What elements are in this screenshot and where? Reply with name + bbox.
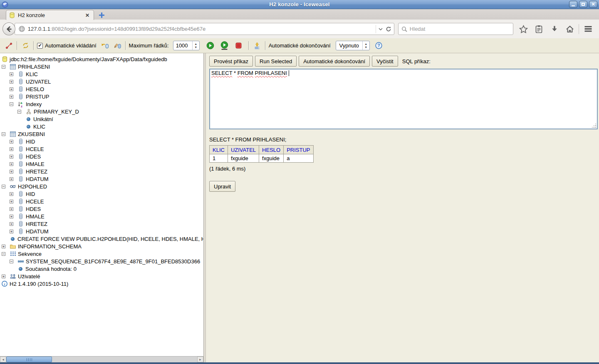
collapse-icon[interactable]: − [2, 252, 5, 256]
horizontal-scrollbar[interactable]: ◂ ▸ [0, 356, 203, 362]
expand-icon[interactable]: + [10, 207, 13, 211]
scroll-left-arrow-icon[interactable]: ◂ [0, 357, 6, 362]
autocomplete-toggle-button[interactable]: Automatické dokončování [299, 56, 370, 67]
tree-item[interactable]: +PRISTUP [0, 93, 203, 100]
expand-icon[interactable]: + [10, 170, 13, 173]
tree-item[interactable]: +HCELE [0, 198, 203, 205]
bookmarks-list-icon[interactable] [531, 22, 547, 35]
dropdown-arrows-icon[interactable]: ▲▼ [362, 41, 369, 50]
refresh-icon[interactable] [20, 41, 30, 51]
tree-item[interactable]: +HDES [0, 205, 203, 213]
expand-icon[interactable]: + [10, 177, 13, 181]
tree-item[interactable]: +HMALE [0, 160, 203, 168]
autocomplete-icon[interactable] [252, 41, 262, 51]
tree-item[interactable]: +HDATUM [0, 175, 203, 183]
max-rows-spinner[interactable]: 1000 ▲▼ [173, 41, 200, 50]
undo-history-icon[interactable] [100, 41, 110, 51]
tree-item[interactable]: −PRIHLASENI [0, 63, 203, 70]
run-selected-icon[interactable] [220, 41, 230, 51]
url-bar[interactable]: 127.0.1.1:8082/login.do?jsessionid=148d0… [15, 23, 394, 35]
new-tab-button[interactable] [97, 11, 106, 19]
url-dropdown-chevron-icon[interactable] [379, 28, 383, 30]
run-selected-button[interactable]: Run Selected [255, 56, 297, 67]
tab-h2-konzole[interactable]: H2 konzole ✕ [6, 10, 94, 20]
expand-icon[interactable]: + [10, 80, 13, 84]
tree-item[interactable]: Současná hodnota: 0 [0, 265, 203, 272]
expand-icon[interactable]: + [10, 215, 13, 218]
tree-item[interactable]: +HID [0, 138, 203, 145]
run-icon[interactable] [205, 41, 215, 51]
tree-item[interactable]: KLIC [0, 123, 203, 130]
expand-icon[interactable]: + [10, 200, 13, 203]
scroll-right-arrow-icon[interactable]: ▸ [197, 357, 203, 362]
collapse-icon[interactable]: − [2, 185, 5, 188]
max-rows-value[interactable]: 1000 [173, 42, 192, 49]
result-column-header[interactable]: HESLO [259, 146, 284, 154]
tree-item[interactable]: CREATE FORCE VIEW PUBLIC.H2POHLED(HID, H… [0, 235, 203, 243]
expand-icon[interactable]: + [10, 162, 13, 166]
collapse-icon[interactable]: − [10, 260, 13, 263]
collapse-icon[interactable]: − [10, 102, 13, 106]
expand-icon[interactable]: + [10, 155, 13, 158]
result-column-header[interactable]: KLIC [210, 146, 228, 154]
scrollbar-track[interactable] [52, 357, 197, 362]
expand-icon[interactable]: + [10, 192, 13, 196]
downloads-icon[interactable] [547, 22, 562, 35]
tree-item[interactable]: +KLIC [0, 70, 203, 78]
expand-icon[interactable]: + [10, 72, 13, 76]
expand-icon[interactable]: + [2, 275, 5, 278]
expand-icon[interactable]: + [2, 245, 5, 248]
auto-insert-checkbox[interactable]: ✔ [37, 43, 43, 49]
disconnect-icon[interactable] [4, 41, 14, 51]
minimize-button[interactable] [569, 1, 577, 8]
tree-item[interactable]: +HDES [0, 153, 203, 160]
edit-button[interactable]: Upravit [209, 181, 235, 192]
result-row[interactable]: 1fxguidefxguidea [210, 154, 314, 163]
expand-icon[interactable]: + [10, 95, 13, 99]
tree-item[interactable]: Unikátní [0, 115, 203, 123]
tree-item[interactable]: −ZKUSEBNI [0, 130, 203, 138]
stop-icon[interactable] [234, 41, 244, 51]
expand-icon[interactable]: + [10, 230, 13, 233]
menu-hamburger-icon[interactable] [580, 22, 596, 35]
execute-button[interactable]: Provést příkaz [209, 56, 253, 67]
maximize-button[interactable] [579, 1, 587, 8]
url-text[interactable]: 127.0.1.1:8082/login.do?jsessionid=148d0… [28, 26, 376, 32]
tree-item[interactable]: +INFORMATION_SCHEMA [0, 243, 203, 250]
tree-item[interactable]: −Sekvence [0, 250, 203, 258]
expand-icon[interactable]: + [10, 222, 13, 226]
result-column-header[interactable]: PRISTUP [284, 146, 313, 154]
resize-grip-icon[interactable] [592, 124, 597, 128]
tree-item[interactable]: −SYSTEM_SEQUENCE_B1FC67F4_8E9E_487E_9F01… [0, 258, 203, 265]
clear-button[interactable]: Vyčistit [372, 56, 398, 67]
tree-item[interactable]: +HID [0, 190, 203, 198]
tree-item[interactable]: +HCELE [0, 145, 203, 153]
result-column-header[interactable]: UZIVATEL [228, 146, 259, 154]
tree-item[interactable]: −H2POHLED [0, 183, 203, 190]
tree-item[interactable]: −azIndexy [0, 100, 203, 108]
tree-item[interactable]: iH2 1.4.190 (2015-10-11) [0, 280, 203, 287]
collapse-icon[interactable]: − [2, 132, 5, 136]
sql-editor[interactable]: SELECT * FROM PRIHLASENI [209, 69, 598, 129]
tree-item[interactable]: +HRETEZ [0, 168, 203, 175]
edit-history-icon[interactable] [112, 41, 122, 51]
search-bar[interactable] [398, 23, 513, 35]
expand-icon[interactable]: + [10, 87, 13, 91]
search-input[interactable] [410, 26, 510, 32]
collapse-icon[interactable]: − [17, 110, 21, 114]
tree-item[interactable]: +UZIVATEL [0, 78, 203, 85]
tree-item[interactable]: +Uživatelé [0, 272, 203, 280]
scrollbar-thumb[interactable] [6, 357, 52, 362]
home-icon[interactable] [562, 22, 577, 35]
tree-item[interactable]: +HMALE [0, 213, 203, 220]
expand-icon[interactable]: + [10, 140, 13, 144]
tree-item[interactable]: jdbc:h2:file:/home/fxguide/Dokumenty/Jav… [0, 55, 203, 63]
tree-item[interactable]: +HDATUM [0, 228, 203, 235]
close-button[interactable]: ✕ [589, 1, 597, 8]
help-icon[interactable]: ? [374, 41, 384, 51]
reload-icon[interactable] [386, 26, 391, 32]
tree-item[interactable]: +HRETEZ [0, 220, 203, 228]
autocomplete-dropdown[interactable]: Vypnuto ▲▼ [336, 41, 370, 50]
expand-icon[interactable]: + [10, 147, 13, 151]
bookmark-star-icon[interactable] [516, 22, 531, 35]
